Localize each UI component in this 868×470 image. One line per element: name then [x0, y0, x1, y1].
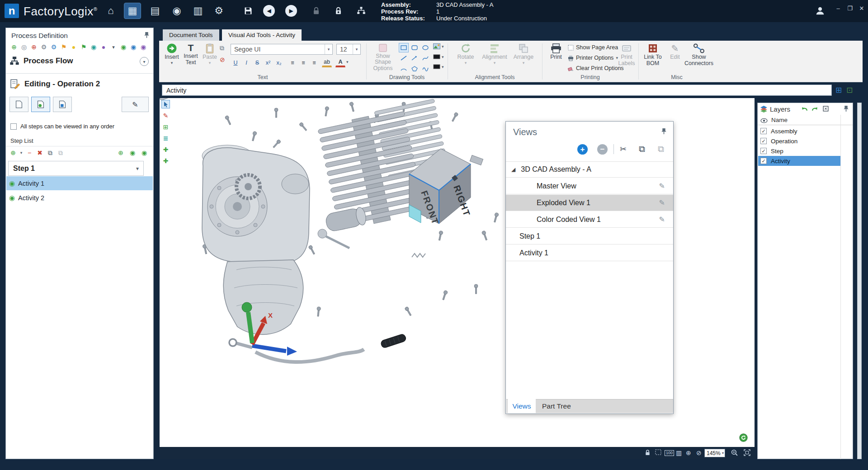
home-icon[interactable]: ⌂: [102, 3, 119, 19]
chevron-down-icon[interactable]: ▾: [19, 148, 24, 157]
marquee-select-icon[interactable]: [655, 449, 661, 456]
page-outline-icon[interactable]: ▥: [676, 449, 682, 456]
tab-visual-aid-tools[interactable]: Visual Aid Tools - Activity: [222, 29, 302, 41]
align-left-button[interactable]: ≡: [288, 58, 297, 67]
rectangle-tool[interactable]: [399, 43, 409, 52]
edit-step-button[interactable]: ✎: [122, 97, 149, 112]
scrollbar[interactable]: [857, 103, 862, 459]
copy-small-icon[interactable]: ⧉: [220, 44, 224, 52]
fill-color-well[interactable]: ▾: [433, 54, 444, 59]
tab-document-tools[interactable]: Document Tools: [163, 29, 219, 41]
curve-tool[interactable]: [420, 53, 430, 63]
chevron-down-icon[interactable]: ▾: [346, 60, 349, 64]
paste-view-icon[interactable]: ⧉: [658, 144, 664, 154]
alert-icon[interactable]: ●: [69, 42, 78, 52]
tree-node-activity[interactable]: Activity 1: [506, 245, 673, 261]
add-icon[interactable]: ⊕: [9, 42, 19, 52]
lock-view-icon[interactable]: [645, 449, 651, 457]
layers-count-badge[interactable]: 100: [665, 450, 674, 456]
clear-print-options-button[interactable]: Clear Print Options: [568, 64, 624, 72]
alignment-button[interactable]: Alignment ▾: [481, 43, 508, 65]
maximize-button[interactable]: ❐: [844, 4, 855, 13]
gear-icon[interactable]: ⚙: [39, 42, 48, 52]
minimize-button[interactable]: –: [833, 4, 844, 13]
insert-text-button[interactable]: T Insert Text: [182, 43, 200, 66]
activity-list-item[interactable]: ◉ Activity 1: [6, 176, 153, 190]
play-icon[interactable]: ◉: [119, 42, 128, 52]
ellipse-tool[interactable]: [420, 43, 430, 52]
cut-view-icon[interactable]: ✂: [620, 144, 627, 154]
font-color-button[interactable]: A: [335, 58, 345, 67]
close-button[interactable]: ✕: [856, 4, 867, 13]
remove-step-icon[interactable]: −: [25, 148, 34, 157]
process-flow-row[interactable]: Process Flow: [9, 56, 73, 66]
layer-row-assembly[interactable]: ✓ Assembly: [758, 126, 840, 136]
stop-icon[interactable]: ◉: [139, 42, 148, 52]
copy-view-icon[interactable]: ⧉: [639, 144, 645, 154]
tree-node-view[interactable]: Master View ✎: [506, 178, 673, 194]
tab-part-tree[interactable]: Part Tree: [538, 399, 571, 413]
grid-view-icon[interactable]: ⊞: [835, 85, 842, 95]
collapse-section-icon[interactable]: ▾: [140, 57, 149, 66]
order-checkbox-row[interactable]: All steps can be viewed in any order: [10, 123, 114, 130]
forward-icon[interactable]: ▶: [285, 5, 297, 17]
rotate-button[interactable]: Rotate ▾: [453, 43, 478, 65]
edit-view-icon[interactable]: ✎: [659, 198, 665, 207]
printer-options-button[interactable]: Printer Options ▾: [568, 54, 618, 62]
layer-row-activity[interactable]: ✓ Activity: [758, 156, 840, 166]
tools-icon[interactable]: ⚙: [49, 42, 58, 52]
arrow-tool[interactable]: [410, 53, 420, 63]
tree-node-assembly[interactable]: ◢ 3D CAD Assembly - A: [506, 161, 673, 178]
zoom-window-icon[interactable]: [731, 449, 738, 457]
layer-checkbox[interactable]: ✓: [760, 158, 767, 164]
form-view-icon[interactable]: ⊡: [846, 85, 853, 95]
layer-checkbox[interactable]: ✓: [760, 128, 767, 134]
block-small-icon[interactable]: ⊘: [220, 56, 225, 63]
tree-node-step[interactable]: Step 1: [506, 228, 673, 244]
insert-button[interactable]: Insert ▾: [163, 43, 181, 65]
templates-icon[interactable]: ▤: [146, 3, 164, 19]
flag-icon[interactable]: ⚑: [59, 42, 68, 52]
print-button[interactable]: Print: [546, 43, 566, 60]
data-view-button[interactable]: [53, 97, 72, 112]
plugin-icon[interactable]: ⚑: [79, 42, 88, 52]
zoom-level-select[interactable]: 145% ▾: [704, 449, 725, 457]
show-connectors-button[interactable]: Show Connectors: [684, 43, 713, 66]
add-view-button[interactable]: +: [577, 144, 588, 155]
picture-tool[interactable]: ▾: [433, 43, 444, 49]
expand-all-icon[interactable]: ◉: [128, 148, 137, 157]
process-audit-icon[interactable]: [353, 3, 370, 19]
unlock-icon[interactable]: [307, 3, 325, 19]
chevron-down-icon[interactable]: ▾: [109, 42, 118, 52]
show-shape-options-button[interactable]: Show Shape Options: [370, 43, 396, 71]
layer-checkbox[interactable]: ✓: [760, 138, 767, 144]
settings-gear-icon[interactable]: ⚙: [210, 3, 227, 19]
pin-icon[interactable]: [661, 128, 667, 136]
pause-icon[interactable]: ◉: [129, 42, 138, 52]
polygon-tool[interactable]: [410, 64, 420, 73]
zoom-add-icon[interactable]: ⊕: [116, 148, 125, 157]
arrange-button[interactable]: Arrange ▾: [511, 43, 536, 65]
italic-button[interactable]: I: [241, 58, 251, 67]
pin-icon[interactable]: [843, 105, 849, 114]
superscript-button[interactable]: x²: [263, 58, 273, 67]
link-to-bom-button[interactable]: Link To BOM: [641, 43, 665, 66]
font-size-select[interactable]: 12 ▾: [336, 44, 361, 55]
redo-icon[interactable]: [811, 105, 819, 114]
layer-checkbox[interactable]: ✓: [760, 148, 767, 154]
print-labels-button[interactable]: Print Labels: [617, 43, 637, 66]
link-icon[interactable]: ◎: [19, 42, 28, 52]
user-icon[interactable]: [811, 3, 829, 19]
font-family-select[interactable]: Segoe UI ▾: [231, 44, 333, 55]
orientation-cube[interactable]: FRONT RIGHT: [409, 149, 483, 226]
save-icon[interactable]: [240, 3, 257, 19]
expand-panel-icon[interactable]: [822, 105, 829, 114]
media-icon[interactable]: ◉: [168, 3, 185, 19]
order-checkbox[interactable]: [10, 123, 17, 130]
freeform-tool[interactable]: [420, 64, 430, 73]
pin-icon[interactable]: [144, 32, 150, 40]
paste-step-icon[interactable]: ⧉: [56, 148, 65, 157]
edit-button[interactable]: ✎ Edit: [666, 43, 684, 60]
align-center-button[interactable]: ≡: [298, 58, 308, 67]
activity-list-item[interactable]: ◉ Activity 2: [6, 191, 153, 205]
